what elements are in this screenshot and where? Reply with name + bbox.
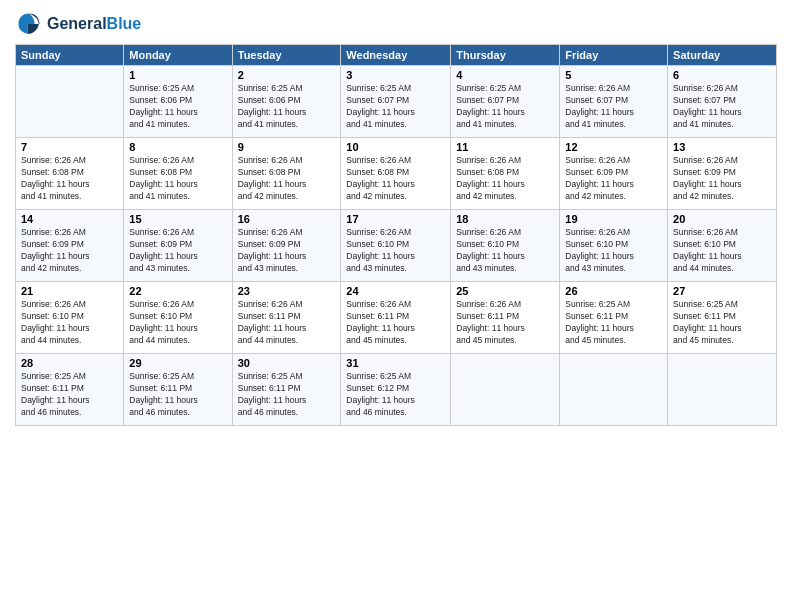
day-info: Sunrise: 6:26 AM Sunset: 6:09 PM Dayligh… (673, 155, 771, 203)
day-info: Sunrise: 6:25 AM Sunset: 6:11 PM Dayligh… (238, 371, 336, 419)
calendar-cell: 18Sunrise: 6:26 AM Sunset: 6:10 PM Dayli… (451, 210, 560, 282)
day-info: Sunrise: 6:26 AM Sunset: 6:09 PM Dayligh… (238, 227, 336, 275)
calendar-cell: 6Sunrise: 6:26 AM Sunset: 6:07 PM Daylig… (668, 66, 777, 138)
calendar-cell (451, 354, 560, 426)
logo-text: GeneralBlue (47, 15, 141, 33)
calendar-week-row: 1Sunrise: 6:25 AM Sunset: 6:06 PM Daylig… (16, 66, 777, 138)
day-number: 8 (129, 141, 226, 153)
calendar-cell: 9Sunrise: 6:26 AM Sunset: 6:08 PM Daylig… (232, 138, 341, 210)
day-info: Sunrise: 6:25 AM Sunset: 6:07 PM Dayligh… (346, 83, 445, 131)
calendar-cell: 23Sunrise: 6:26 AM Sunset: 6:11 PM Dayli… (232, 282, 341, 354)
day-info: Sunrise: 6:25 AM Sunset: 6:06 PM Dayligh… (129, 83, 226, 131)
day-info: Sunrise: 6:26 AM Sunset: 6:10 PM Dayligh… (673, 227, 771, 275)
day-number: 25 (456, 285, 554, 297)
calendar-cell: 1Sunrise: 6:25 AM Sunset: 6:06 PM Daylig… (124, 66, 232, 138)
calendar-week-row: 28Sunrise: 6:25 AM Sunset: 6:11 PM Dayli… (16, 354, 777, 426)
day-info: Sunrise: 6:26 AM Sunset: 6:08 PM Dayligh… (456, 155, 554, 203)
calendar-cell (668, 354, 777, 426)
calendar-cell (16, 66, 124, 138)
day-number: 28 (21, 357, 118, 369)
day-number: 18 (456, 213, 554, 225)
day-info: Sunrise: 6:26 AM Sunset: 6:10 PM Dayligh… (346, 227, 445, 275)
calendar-cell: 20Sunrise: 6:26 AM Sunset: 6:10 PM Dayli… (668, 210, 777, 282)
day-number: 24 (346, 285, 445, 297)
calendar-cell: 16Sunrise: 6:26 AM Sunset: 6:09 PM Dayli… (232, 210, 341, 282)
header-cell-saturday: Saturday (668, 45, 777, 66)
header-cell-wednesday: Wednesday (341, 45, 451, 66)
day-info: Sunrise: 6:25 AM Sunset: 6:11 PM Dayligh… (565, 299, 662, 347)
header-cell-monday: Monday (124, 45, 232, 66)
calendar-cell: 4Sunrise: 6:25 AM Sunset: 6:07 PM Daylig… (451, 66, 560, 138)
calendar-week-row: 7Sunrise: 6:26 AM Sunset: 6:08 PM Daylig… (16, 138, 777, 210)
day-info: Sunrise: 6:25 AM Sunset: 6:12 PM Dayligh… (346, 371, 445, 419)
day-number: 10 (346, 141, 445, 153)
day-info: Sunrise: 6:26 AM Sunset: 6:07 PM Dayligh… (565, 83, 662, 131)
day-number: 26 (565, 285, 662, 297)
day-number: 11 (456, 141, 554, 153)
calendar-week-row: 14Sunrise: 6:26 AM Sunset: 6:09 PM Dayli… (16, 210, 777, 282)
calendar-week-row: 21Sunrise: 6:26 AM Sunset: 6:10 PM Dayli… (16, 282, 777, 354)
day-info: Sunrise: 6:26 AM Sunset: 6:09 PM Dayligh… (565, 155, 662, 203)
day-number: 22 (129, 285, 226, 297)
day-number: 31 (346, 357, 445, 369)
day-number: 6 (673, 69, 771, 81)
day-info: Sunrise: 6:26 AM Sunset: 6:11 PM Dayligh… (346, 299, 445, 347)
header: GeneralBlue (15, 10, 777, 38)
calendar-cell: 2Sunrise: 6:25 AM Sunset: 6:06 PM Daylig… (232, 66, 341, 138)
header-cell-friday: Friday (560, 45, 668, 66)
day-number: 21 (21, 285, 118, 297)
day-info: Sunrise: 6:25 AM Sunset: 6:11 PM Dayligh… (21, 371, 118, 419)
day-number: 14 (21, 213, 118, 225)
day-number: 20 (673, 213, 771, 225)
header-cell-thursday: Thursday (451, 45, 560, 66)
calendar-cell: 5Sunrise: 6:26 AM Sunset: 6:07 PM Daylig… (560, 66, 668, 138)
day-info: Sunrise: 6:26 AM Sunset: 6:10 PM Dayligh… (565, 227, 662, 275)
calendar-cell: 31Sunrise: 6:25 AM Sunset: 6:12 PM Dayli… (341, 354, 451, 426)
calendar-cell: 7Sunrise: 6:26 AM Sunset: 6:08 PM Daylig… (16, 138, 124, 210)
day-number: 19 (565, 213, 662, 225)
day-number: 1 (129, 69, 226, 81)
calendar-cell: 13Sunrise: 6:26 AM Sunset: 6:09 PM Dayli… (668, 138, 777, 210)
day-number: 2 (238, 69, 336, 81)
calendar-header-row: SundayMondayTuesdayWednesdayThursdayFrid… (16, 45, 777, 66)
day-number: 13 (673, 141, 771, 153)
day-info: Sunrise: 6:26 AM Sunset: 6:08 PM Dayligh… (238, 155, 336, 203)
day-number: 7 (21, 141, 118, 153)
calendar-body: 1Sunrise: 6:25 AM Sunset: 6:06 PM Daylig… (16, 66, 777, 426)
calendar-cell: 26Sunrise: 6:25 AM Sunset: 6:11 PM Dayli… (560, 282, 668, 354)
calendar-cell: 28Sunrise: 6:25 AM Sunset: 6:11 PM Dayli… (16, 354, 124, 426)
day-number: 9 (238, 141, 336, 153)
day-info: Sunrise: 6:25 AM Sunset: 6:11 PM Dayligh… (673, 299, 771, 347)
day-info: Sunrise: 6:26 AM Sunset: 6:08 PM Dayligh… (346, 155, 445, 203)
day-number: 30 (238, 357, 336, 369)
calendar-cell: 17Sunrise: 6:26 AM Sunset: 6:10 PM Dayli… (341, 210, 451, 282)
calendar-cell: 21Sunrise: 6:26 AM Sunset: 6:10 PM Dayli… (16, 282, 124, 354)
calendar-cell (560, 354, 668, 426)
calendar-cell: 29Sunrise: 6:25 AM Sunset: 6:11 PM Dayli… (124, 354, 232, 426)
calendar-cell: 14Sunrise: 6:26 AM Sunset: 6:09 PM Dayli… (16, 210, 124, 282)
calendar-cell: 24Sunrise: 6:26 AM Sunset: 6:11 PM Dayli… (341, 282, 451, 354)
day-number: 16 (238, 213, 336, 225)
day-info: Sunrise: 6:26 AM Sunset: 6:10 PM Dayligh… (456, 227, 554, 275)
day-info: Sunrise: 6:26 AM Sunset: 6:11 PM Dayligh… (238, 299, 336, 347)
day-number: 29 (129, 357, 226, 369)
day-info: Sunrise: 6:26 AM Sunset: 6:07 PM Dayligh… (673, 83, 771, 131)
calendar-cell: 3Sunrise: 6:25 AM Sunset: 6:07 PM Daylig… (341, 66, 451, 138)
day-number: 5 (565, 69, 662, 81)
day-number: 3 (346, 69, 445, 81)
day-number: 27 (673, 285, 771, 297)
calendar-cell: 11Sunrise: 6:26 AM Sunset: 6:08 PM Dayli… (451, 138, 560, 210)
day-number: 17 (346, 213, 445, 225)
calendar-cell: 15Sunrise: 6:26 AM Sunset: 6:09 PM Dayli… (124, 210, 232, 282)
logo: GeneralBlue (15, 10, 141, 38)
day-info: Sunrise: 6:26 AM Sunset: 6:08 PM Dayligh… (129, 155, 226, 203)
calendar-cell: 8Sunrise: 6:26 AM Sunset: 6:08 PM Daylig… (124, 138, 232, 210)
day-info: Sunrise: 6:26 AM Sunset: 6:09 PM Dayligh… (21, 227, 118, 275)
day-info: Sunrise: 6:26 AM Sunset: 6:10 PM Dayligh… (129, 299, 226, 347)
day-info: Sunrise: 6:25 AM Sunset: 6:06 PM Dayligh… (238, 83, 336, 131)
day-info: Sunrise: 6:26 AM Sunset: 6:09 PM Dayligh… (129, 227, 226, 275)
day-number: 15 (129, 213, 226, 225)
header-cell-tuesday: Tuesday (232, 45, 341, 66)
day-info: Sunrise: 6:26 AM Sunset: 6:11 PM Dayligh… (456, 299, 554, 347)
page: GeneralBlue SundayMondayTuesdayWednesday… (0, 0, 792, 612)
